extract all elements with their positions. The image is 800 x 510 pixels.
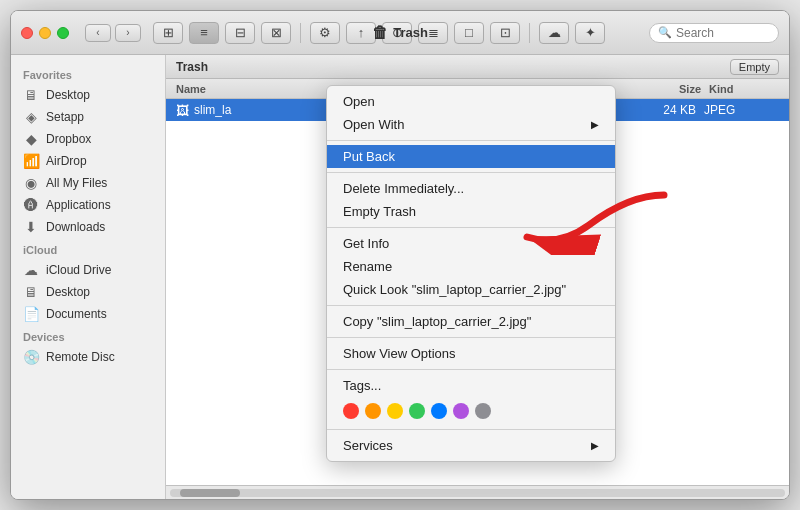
sidebar-label-dropbox: Dropbox <box>46 132 91 146</box>
sidebar: Favorites 🖥 Desktop ◈ Setapp ◆ Dropbox 📶… <box>11 55 166 499</box>
separator2 <box>529 23 530 43</box>
finder-window: ‹ › ⊞ ≡ ⊟ ⊠ ⚙ ↑ ⊙ ≣ □ ⊡ ☁ ✦ 🗑 Trash 🔍 <box>10 10 790 500</box>
cloud-button[interactable]: ☁ <box>539 22 569 44</box>
icloud-desktop-icon: 🖥 <box>23 284 39 300</box>
file-kind: JPEG <box>704 103 784 117</box>
sidebar-label-remote-disc: Remote Disc <box>46 350 115 364</box>
file-icon: 🖼 <box>176 103 189 118</box>
nav-buttons: ‹ › <box>85 24 141 42</box>
forward-button[interactable]: › <box>115 24 141 42</box>
ctx-open[interactable]: Open <box>327 90 615 113</box>
context-menu: Open Open With ▶ Put Back Delete Immedia… <box>326 85 616 462</box>
main-content: Favorites 🖥 Desktop ◈ Setapp ◆ Dropbox 📶… <box>11 55 789 499</box>
icloud-section-title: iCloud <box>11 238 165 259</box>
ctx-delete-immediately[interactable]: Delete Immediately... <box>327 177 615 200</box>
back-button[interactable]: ‹ <box>85 24 111 42</box>
ctx-show-view-options[interactable]: Show View Options <box>327 342 615 365</box>
devices-section-title: Devices <box>11 325 165 346</box>
tag-red[interactable] <box>343 403 359 419</box>
coverflow-button[interactable]: ⊠ <box>261 22 291 44</box>
sidebar-label-icloud-desktop: Desktop <box>46 285 90 299</box>
sidebar-item-downloads[interactable]: ⬇ Downloads <box>11 216 165 238</box>
sidebar-label-icloud-drive: iCloud Drive <box>46 263 111 277</box>
ctx-copy[interactable]: Copy "slim_laptop_carrier_2.jpg" <box>327 310 615 333</box>
empty-button[interactable]: Empty <box>730 59 779 75</box>
sidebar-label-setapp: Setapp <box>46 110 84 124</box>
ctx-separator-2 <box>327 172 615 173</box>
sidebar-label-all-my-files: All My Files <box>46 176 107 190</box>
trash-icon: 🗑 <box>372 24 388 42</box>
sidebar-label-applications: Applications <box>46 198 111 212</box>
tag-blue[interactable] <box>431 403 447 419</box>
list-view-button[interactable]: ≡ <box>189 22 219 44</box>
sidebar-item-remote-disc[interactable]: 💿 Remote Disc <box>11 346 165 368</box>
tag-yellow[interactable] <box>387 403 403 419</box>
setapp-icon: ◈ <box>23 109 39 125</box>
icon-view-button[interactable]: ⊞ <box>153 22 183 44</box>
sidebar-label-airdrop: AirDrop <box>46 154 87 168</box>
sidebar-item-setapp[interactable]: ◈ Setapp <box>11 106 165 128</box>
sidebar-item-dropbox[interactable]: ◆ Dropbox <box>11 128 165 150</box>
title-bar: ‹ › ⊞ ≡ ⊟ ⊠ ⚙ ↑ ⊙ ≣ □ ⊡ ☁ ✦ 🗑 Trash 🔍 <box>11 11 789 55</box>
desktop-icon: 🖥 <box>23 87 39 103</box>
all-files-icon: ◉ <box>23 175 39 191</box>
tag-orange[interactable] <box>365 403 381 419</box>
scrollbar-area <box>166 485 789 499</box>
ctx-services[interactable]: Services ▶ <box>327 434 615 457</box>
title-text: Trash <box>393 25 428 40</box>
tag-green[interactable] <box>409 403 425 419</box>
sidebar-item-applications[interactable]: 🅐 Applications <box>11 194 165 216</box>
favorites-section-title: Favorites <box>11 63 165 84</box>
downloads-icon: ⬇ <box>23 219 39 235</box>
ctx-rename[interactable]: Rename <box>327 255 615 278</box>
view-options-button[interactable]: □ <box>454 22 484 44</box>
dropbox-icon: ◆ <box>23 131 39 147</box>
search-input[interactable] <box>676 26 766 40</box>
minimize-button[interactable] <box>39 27 51 39</box>
applications-icon: 🅐 <box>23 197 39 213</box>
traffic-lights <box>21 27 69 39</box>
sidebar-item-all-my-files[interactable]: ◉ All My Files <box>11 172 165 194</box>
airdrop-icon: 📶 <box>23 153 39 169</box>
file-size: 24 KB <box>624 103 704 117</box>
maximize-button[interactable] <box>57 27 69 39</box>
tag-purple[interactable] <box>453 403 469 419</box>
ctx-separator-4 <box>327 305 615 306</box>
column-view-button[interactable]: ⊟ <box>225 22 255 44</box>
sidebar-item-airdrop[interactable]: 📶 AirDrop <box>11 150 165 172</box>
sidebar-item-icloud-drive[interactable]: ☁ iCloud Drive <box>11 259 165 281</box>
sidebar-item-desktop[interactable]: 🖥 Desktop <box>11 84 165 106</box>
sidebar-label-documents: Documents <box>46 307 107 321</box>
action-button[interactable]: ⚙ <box>310 22 340 44</box>
ctx-get-info[interactable]: Get Info <box>327 232 615 255</box>
scrollbar-track[interactable] <box>170 489 785 497</box>
ctx-tags-row <box>327 397 615 425</box>
remote-disc-icon: 💿 <box>23 349 39 365</box>
ctx-quick-look[interactable]: Quick Look "slim_laptop_carrier_2.jpg" <box>327 278 615 301</box>
ctx-separator-3 <box>327 227 615 228</box>
breadcrumb-text: Trash <box>176 60 208 74</box>
col-header-size: Size <box>629 83 709 95</box>
sidebar-item-icloud-desktop[interactable]: 🖥 Desktop <box>11 281 165 303</box>
col-header-kind: Kind <box>709 83 789 95</box>
tag-gray[interactable] <box>475 403 491 419</box>
sidebar-item-documents[interactable]: 📄 Documents <box>11 303 165 325</box>
ctx-separator-5 <box>327 337 615 338</box>
sidebar-label-downloads: Downloads <box>46 220 105 234</box>
search-icon: 🔍 <box>658 26 672 39</box>
airdrop-button[interactable]: ✦ <box>575 22 605 44</box>
ctx-tags[interactable]: Tags... <box>327 374 615 397</box>
ctx-separator-7 <box>327 429 615 430</box>
ctx-separator-6 <box>327 369 615 370</box>
window-title: 🗑 Trash <box>372 24 428 42</box>
delete-button[interactable]: ⊡ <box>490 22 520 44</box>
file-header-bar: Trash Empty <box>166 55 789 79</box>
open-with-arrow: ▶ <box>591 119 599 130</box>
close-button[interactable] <box>21 27 33 39</box>
ctx-put-back[interactable]: Put Back <box>327 145 615 168</box>
scrollbar-thumb[interactable] <box>180 489 240 497</box>
search-box[interactable]: 🔍 <box>649 23 779 43</box>
separator <box>300 23 301 43</box>
ctx-open-with[interactable]: Open With ▶ <box>327 113 615 136</box>
ctx-empty-trash[interactable]: Empty Trash <box>327 200 615 223</box>
